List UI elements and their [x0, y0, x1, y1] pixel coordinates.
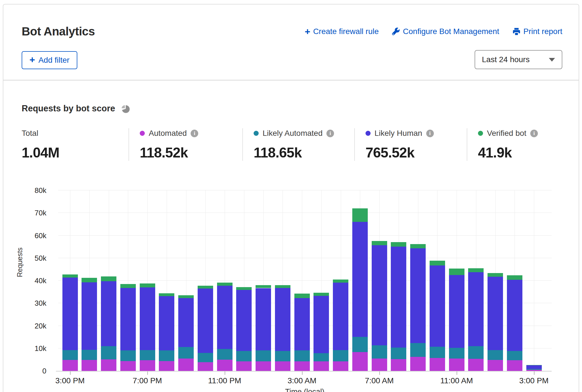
bar-segment-automated[interactable]	[217, 360, 233, 371]
add-filter-button[interactable]: + Add filter	[22, 51, 77, 69]
bar-1000am[interactable]	[430, 261, 445, 371]
bar-segment-likely-human[interactable]	[178, 298, 194, 347]
bar-segment-likely-human[interactable]	[82, 282, 97, 350]
bar-segment-likely-automated[interactable]	[333, 350, 348, 361]
bar-segment-likely-human[interactable]	[159, 296, 174, 350]
bar-segment-automated[interactable]	[236, 361, 252, 371]
bar-segment-likely-human[interactable]	[140, 287, 155, 350]
bar-segment-automated[interactable]	[352, 352, 368, 371]
bar-segment-verified-bot[interactable]	[313, 293, 329, 296]
bar-segment-likely-human[interactable]	[507, 280, 522, 351]
bar-1200am[interactable]	[236, 287, 252, 371]
bar-700am[interactable]	[372, 241, 387, 371]
bar-segment-verified-bot[interactable]	[275, 285, 290, 288]
bar-segment-verified-bot[interactable]	[372, 241, 387, 245]
bar-segment-likely-human[interactable]	[236, 290, 252, 351]
print-report-link[interactable]: Print report	[512, 27, 563, 36]
bar-segment-likely-human[interactable]	[372, 245, 387, 345]
bar-segment-automated[interactable]	[488, 360, 503, 371]
bar-segment-likely-automated[interactable]	[62, 350, 78, 360]
bar-segment-automated[interactable]	[526, 370, 542, 371]
bar-1100am[interactable]	[449, 269, 464, 371]
bar-segment-verified-bot[interactable]	[430, 261, 445, 265]
bar-300pm[interactable]	[62, 274, 78, 371]
bar-segment-likely-human[interactable]	[275, 288, 290, 351]
bar-segment-verified-bot[interactable]	[294, 294, 310, 298]
bar-segment-verified-bot[interactable]	[507, 275, 522, 280]
bar-segment-automated[interactable]	[294, 361, 310, 371]
bar-segment-likely-automated[interactable]	[507, 351, 522, 360]
bar-segment-likely-automated[interactable]	[198, 353, 213, 362]
bar-segment-likely-automated[interactable]	[275, 351, 290, 362]
bar-segment-verified-bot[interactable]	[62, 274, 78, 277]
bar-segment-likely-automated[interactable]	[391, 348, 406, 359]
bar-segment-likely-human[interactable]	[449, 275, 464, 348]
bar-1200pm[interactable]	[468, 268, 484, 371]
bar-segment-automated[interactable]	[410, 357, 426, 371]
bar-900am[interactable]	[410, 244, 426, 371]
bar-segment-likely-automated[interactable]	[313, 353, 329, 361]
info-icon[interactable]: i	[191, 130, 198, 137]
create-firewall-rule-link[interactable]: + Create firewall rule	[305, 27, 379, 36]
bar-segment-likely-human[interactable]	[430, 265, 445, 347]
bar-segment-verified-bot[interactable]	[140, 283, 155, 287]
bar-segment-likely-human[interactable]	[333, 283, 348, 350]
bar-100pm[interactable]	[488, 273, 503, 371]
bar-segment-verified-bot[interactable]	[217, 283, 233, 285]
bar-600pm[interactable]	[120, 284, 136, 371]
bar-segment-automated[interactable]	[391, 359, 406, 371]
bar-segment-automated[interactable]	[256, 361, 271, 371]
bar-500am[interactable]	[333, 280, 348, 371]
bar-segment-automated[interactable]	[313, 361, 329, 371]
bar-segment-automated[interactable]	[372, 359, 387, 371]
bar-800am[interactable]	[391, 242, 406, 371]
bar-segment-verified-bot[interactable]	[120, 284, 136, 288]
info-icon[interactable]: i	[530, 130, 538, 137]
bar-segment-likely-automated[interactable]	[468, 346, 484, 359]
bar-100am[interactable]	[256, 285, 271, 371]
bar-segment-likely-human[interactable]	[101, 281, 116, 346]
bar-segment-likely-automated[interactable]	[526, 369, 542, 370]
bar-segment-automated[interactable]	[140, 360, 155, 371]
bar-segment-likely-human[interactable]	[526, 365, 542, 369]
bar-segment-verified-bot[interactable]	[391, 242, 406, 247]
bar-segment-verified-bot[interactable]	[236, 287, 252, 290]
bar-segment-likely-automated[interactable]	[256, 350, 271, 361]
bar-segment-automated[interactable]	[468, 359, 484, 371]
bar-segment-likely-human[interactable]	[120, 288, 136, 350]
bar-segment-likely-human[interactable]	[488, 277, 503, 350]
bar-segment-likely-human[interactable]	[198, 289, 213, 353]
bar-segment-likely-human[interactable]	[313, 296, 329, 353]
bar-segment-verified-bot[interactable]	[352, 208, 368, 222]
bar-600am[interactable]	[352, 208, 368, 371]
bar-segment-automated[interactable]	[62, 360, 78, 371]
info-icon[interactable]: i	[326, 130, 334, 137]
bar-segment-verified-bot[interactable]	[159, 293, 174, 296]
bar-segment-automated[interactable]	[159, 361, 174, 371]
bar-segment-likely-automated[interactable]	[372, 345, 387, 359]
bar-segment-likely-automated[interactable]	[82, 350, 97, 360]
bar-segment-automated[interactable]	[430, 358, 445, 371]
bar-segment-automated[interactable]	[178, 359, 194, 371]
bar-segment-likely-automated[interactable]	[430, 347, 445, 358]
bar-segment-likely-human[interactable]	[217, 286, 233, 349]
bar-segment-automated[interactable]	[82, 360, 97, 371]
bar-segment-verified-bot[interactable]	[468, 268, 484, 272]
bar-segment-likely-human[interactable]	[410, 248, 426, 343]
bar-segment-verified-bot[interactable]	[256, 285, 271, 288]
bar-300am[interactable]	[294, 294, 310, 371]
bar-segment-verified-bot[interactable]	[178, 295, 194, 298]
configure-bot-management-link[interactable]: Configure Bot Management	[392, 27, 499, 36]
bar-segment-verified-bot[interactable]	[333, 280, 348, 283]
bar-segment-automated[interactable]	[198, 362, 213, 371]
bar-200am[interactable]	[275, 285, 290, 371]
bar-segment-likely-automated[interactable]	[178, 347, 194, 359]
bar-400am[interactable]	[313, 293, 329, 371]
bar-segment-automated[interactable]	[333, 361, 348, 371]
bar-1100pm[interactable]	[217, 283, 233, 371]
bar-segment-likely-automated[interactable]	[101, 346, 116, 359]
bar-segment-likely-automated[interactable]	[488, 350, 503, 360]
bar-1000pm[interactable]	[198, 286, 213, 371]
bar-segment-likely-human[interactable]	[294, 298, 310, 350]
bar-segment-automated[interactable]	[449, 359, 464, 371]
